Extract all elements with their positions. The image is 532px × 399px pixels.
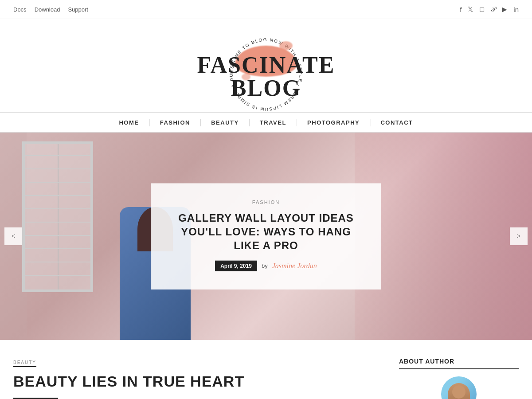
logo-container: ITS TIME TO BLOG NOW WITH A STYLE · LORE… <box>186 32 346 103</box>
docs-link[interactable]: Docs <box>13 6 27 13</box>
hero-title: GALLERY WALL LAYOUT IDEAS YOU'LL LOVE: W… <box>173 211 359 253</box>
social-icons: f 𝕏 ◻ 𝒫 ▶ in <box>460 5 519 13</box>
main-content: BEAUTY BEAUTY LIES IN TRUE HEART April 1… <box>13 358 399 399</box>
nav-home[interactable]: HOME <box>109 119 149 126</box>
nav-items: HOME | FASHION | BEAUTY | TRAVEL | PHOTO… <box>109 119 422 126</box>
slider-next-button[interactable]: > <box>510 227 528 245</box>
author-avatar <box>441 376 477 399</box>
chevron-right-icon: > <box>516 232 520 240</box>
hero-category: FASHION <box>173 200 359 205</box>
top-bar: Docs Download Support f 𝕏 ◻ 𝒫 ▶ in <box>0 0 532 19</box>
sidebar-heading: ABOUT AUTHOR <box>399 358 519 369</box>
nav-beauty[interactable]: BEAUTY <box>201 119 248 126</box>
slider-prev-button[interactable]: < <box>4 227 22 245</box>
below-hero: BEAUTY BEAUTY LIES IN TRUE HEART April 1… <box>0 340 532 399</box>
top-bar-links: Docs Download Support <box>13 6 88 13</box>
hero-card: FASHION GALLERY WALL LAYOUT IDEAS YOU'LL… <box>151 184 381 289</box>
nav-travel[interactable]: TRAVEL <box>250 119 296 126</box>
hero-date: April 9, 2019 <box>215 260 257 271</box>
post-title: BEAUTY LIES IN TRUE HEART <box>13 372 381 391</box>
nav-photography[interactable]: PHOTOGRAPHY <box>297 119 369 126</box>
hero-curtain-right <box>355 133 532 340</box>
hero-by-label: by <box>262 262 268 269</box>
logo-area: ITS TIME TO BLOG NOW WITH A STYLE · LORE… <box>0 19 532 112</box>
chevron-left-icon: < <box>11 232 15 240</box>
avatar-figure <box>448 383 470 399</box>
twitter-icon[interactable]: 𝕏 <box>468 5 473 13</box>
facebook-icon[interactable]: f <box>460 6 462 13</box>
support-link[interactable]: Support <box>68 6 88 13</box>
sidebar: ABOUT AUTHOR <box>399 358 519 399</box>
instagram-icon[interactable]: ◻ <box>479 5 485 13</box>
linkedin-icon[interactable]: in <box>513 6 519 13</box>
pinterest-icon[interactable]: 𝒫 <box>491 5 496 13</box>
nav-contact[interactable]: CONTACT <box>371 119 422 126</box>
download-link[interactable]: Download <box>35 6 60 13</box>
hero-window <box>22 141 93 292</box>
hero-slider: FASHION GALLERY WALL LAYOUT IDEAS YOU'LL… <box>0 133 532 340</box>
logo-title: FASCINATE BLOG <box>186 54 346 100</box>
hero-author: Jasmine Jordan <box>272 262 317 270</box>
post-category: BEAUTY <box>13 360 36 367</box>
nav-fashion[interactable]: FASHION <box>150 119 200 126</box>
hero-meta: April 9, 2019 by Jasmine Jordan <box>173 260 359 271</box>
youtube-icon[interactable]: ▶ <box>502 5 507 13</box>
